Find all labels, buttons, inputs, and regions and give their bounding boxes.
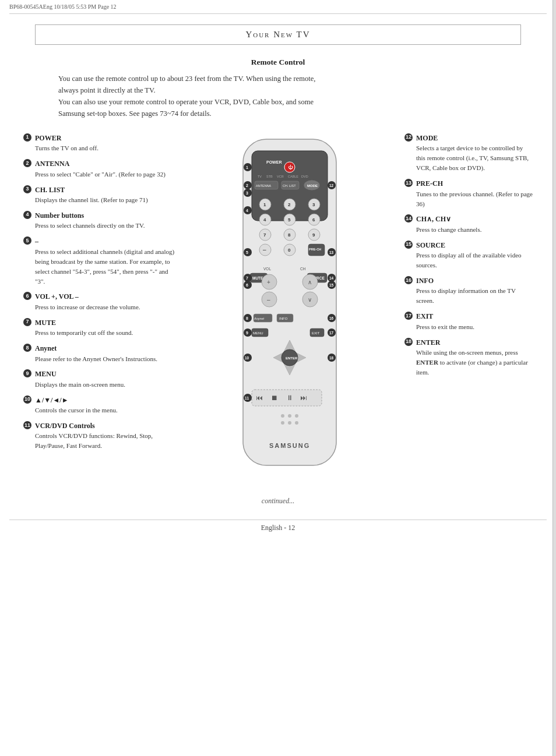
feature-item-1: 1 POWER Turns the TV on and off.: [23, 133, 175, 153]
svg-text:4: 4: [263, 217, 266, 222]
feature-num-badge: 12: [404, 133, 413, 142]
svg-text:VOL: VOL: [263, 267, 271, 271]
svg-text:–: –: [267, 296, 270, 303]
page-title: Your New TV: [245, 30, 310, 39]
feature-desc: Selects a target device to be controlled…: [416, 144, 529, 171]
feature-title: VCR/DVD Controls: [35, 421, 175, 431]
svg-point-76: [281, 421, 284, 425]
svg-text:9: 9: [312, 232, 315, 238]
feature-desc: Press to exit the menu.: [416, 323, 474, 330]
svg-text:1: 1: [263, 202, 266, 207]
feature-desc: Press to select "Cable" or "Air". (Refer…: [35, 171, 166, 178]
svg-text:12: 12: [329, 183, 334, 188]
feature-desc: Press to select channels directly on the…: [35, 222, 145, 229]
svg-text:⏻: ⏻: [288, 165, 293, 170]
feature-num-badge: 2: [23, 159, 31, 167]
feature-num-badge: 8: [23, 344, 31, 352]
svg-text:8: 8: [288, 232, 291, 238]
svg-text:POWER: POWER: [266, 160, 281, 164]
feature-item-7: 7 MUTE Press to temporarily cut off the …: [23, 318, 175, 338]
feature-title: EXIT: [416, 312, 533, 322]
svg-text:11: 11: [245, 396, 249, 400]
svg-text:ENTER: ENTER: [286, 356, 298, 360]
feature-item-2: 2 ANTENNA Press to select "Cable" or "Ai…: [23, 159, 175, 179]
feature-num-badge: 10: [23, 395, 31, 404]
svg-text:EXIT: EXIT: [312, 331, 320, 335]
svg-text:∧: ∧: [308, 279, 312, 285]
continued-text: continued...: [0, 497, 556, 515]
feature-desc: Displays the channel list. (Refer to pag…: [35, 196, 148, 203]
feature-desc: Press to display all of the available vi…: [416, 252, 522, 269]
intro-text: You can use the remote control up to abo…: [58, 73, 498, 119]
svg-text:MENU: MENU: [253, 331, 263, 335]
svg-text:6: 6: [312, 217, 315, 222]
feature-num-badge: 14: [404, 214, 413, 222]
svg-text:⏭: ⏭: [300, 394, 307, 402]
feature-title: INFO: [416, 276, 533, 286]
feature-num-badge: 15: [404, 241, 413, 249]
svg-text:DVD: DVD: [301, 175, 308, 178]
page-header: BP68-00545AEng 10/18/05 5:53 PM Page 12: [0, 0, 556, 11]
svg-text:+: +: [267, 279, 270, 285]
feature-num-badge: 4: [23, 211, 31, 219]
svg-text:STB: STB: [266, 175, 273, 178]
svg-text:16: 16: [329, 316, 334, 320]
svg-text:⏹: ⏹: [271, 394, 278, 402]
svg-text:5: 5: [246, 250, 248, 255]
feature-num-badge: 16: [404, 276, 413, 284]
svg-text:INFO: INFO: [279, 317, 288, 320]
feature-item-18: 18 ENTER While using the on-screen menus…: [404, 338, 533, 377]
feature-item-13: 13 PRE-CH Tunes to the previous channel.…: [404, 179, 533, 209]
feature-title: PRE-CH: [416, 179, 533, 189]
svg-text:CH: CH: [300, 267, 306, 271]
feature-item-8: 8 Anynet Please refer to the Anynet Owne…: [23, 344, 175, 363]
svg-text:8: 8: [246, 316, 248, 320]
feature-num-badge: 5: [23, 236, 31, 245]
feature-title: POWER: [35, 133, 175, 143]
svg-text:7: 7: [263, 232, 266, 238]
svg-text:17: 17: [329, 331, 334, 335]
feature-item-11: 11 VCR/DVD Controls Controls VCR/DVD fun…: [23, 421, 175, 451]
feature-item-12: 12 MODE Selects a target device to be co…: [404, 133, 533, 173]
svg-text:Anynet: Anynet: [254, 317, 265, 320]
svg-text:TV: TV: [258, 175, 262, 178]
svg-text:⏮: ⏮: [256, 394, 263, 402]
svg-text:10: 10: [245, 356, 249, 360]
right-features: 12 MODE Selects a target device to be co…: [404, 133, 533, 485]
feature-title: MODE: [416, 133, 533, 143]
section-heading: Remote Control: [0, 58, 556, 67]
feature-desc: Tunes to the previous channel. (Refer to…: [416, 190, 533, 207]
feature-num-badge: 7: [23, 318, 31, 326]
feature-num-badge: 9: [23, 369, 31, 377]
svg-text:14: 14: [329, 276, 334, 280]
svg-text:5: 5: [288, 217, 291, 222]
svg-text:18: 18: [329, 356, 334, 360]
svg-text:3: 3: [246, 191, 248, 195]
feature-desc: Press to display information on the TV s…: [416, 287, 516, 304]
feature-item-17: 17 EXIT Press to exit the menu.: [404, 312, 533, 331]
left-features: 1 POWER Turns the TV on and off. 2 ANTEN…: [23, 133, 175, 485]
svg-text:MODE: MODE: [307, 184, 318, 188]
svg-text:CABLE: CABLE: [288, 175, 298, 178]
feature-desc: Controls VCR/DVD functions: Rewind, Stop…: [35, 432, 153, 449]
svg-text:7: 7: [246, 276, 248, 280]
svg-text:MUTE: MUTE: [252, 276, 263, 280]
feature-desc: Press to change channels.: [416, 226, 481, 233]
svg-text:4: 4: [246, 209, 248, 213]
main-content: 1 POWER Turns the TV on and off. 2 ANTEN…: [23, 133, 533, 485]
feature-desc: Press to increase or decrease the volume…: [35, 303, 140, 310]
feature-num-badge: 18: [404, 338, 413, 346]
feature-item-14: 14 CH∧, CH∨ Press to change channels.: [404, 214, 533, 234]
svg-point-75: [295, 414, 298, 418]
feature-title: ENTER: [416, 338, 533, 348]
feature-desc: Controls the cursor in the menu.: [35, 407, 118, 414]
feature-title: ANTENNA: [35, 159, 175, 169]
feature-desc: While using the on-screen menus, press E…: [416, 349, 528, 376]
feature-title: –: [35, 236, 175, 246]
feature-desc: Displays the main on-screen menu.: [35, 381, 125, 388]
feature-num-badge: 3: [23, 185, 31, 193]
feature-title: VOL +, VOL –: [35, 292, 175, 302]
remote-area: POWER ⏻ TV STB VCR CABLE DVD ANTENNA CH.…: [181, 133, 399, 485]
svg-text:CH. LIST: CH. LIST: [283, 184, 296, 188]
svg-text:13: 13: [329, 250, 334, 255]
